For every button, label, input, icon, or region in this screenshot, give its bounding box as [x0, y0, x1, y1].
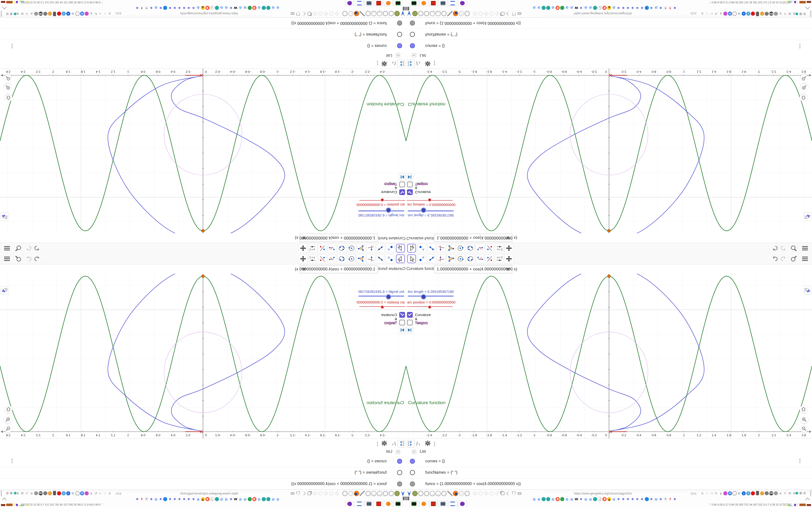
arc-position-slider-thumb[interactable] — [428, 305, 432, 309]
shield-icon[interactable] — [512, 12, 516, 15]
tab-favicon-g[interactable]: G — [537, 497, 541, 501]
chrome-action-icon[interactable] — [34, 12, 38, 16]
tracing-checkbox[interactable] — [407, 181, 413, 187]
tab-favicon-gear[interactable]: * — [663, 497, 667, 501]
app-icon-monitor[interactable] — [439, 0, 448, 6]
arc-length-slider[interactable] — [408, 295, 454, 297]
chrome-action-icon[interactable] — [765, 12, 769, 16]
tool-conic-button[interactable] — [466, 255, 475, 263]
settings-button[interactable] — [424, 440, 432, 447]
tab-favicon-g[interactable]: G — [276, 6, 280, 10]
tool-reflect-button[interactable] — [318, 255, 327, 263]
tray-dot-icon[interactable] — [6, 492, 9, 495]
globe-extension-icon[interactable] — [389, 11, 394, 16]
stylebar-toggle-button[interactable] — [803, 287, 812, 294]
tab-favicon-g[interactable]: G — [238, 497, 242, 501]
arc-length-slider-thumb[interactable] — [421, 294, 426, 300]
tab-favicon-photo[interactable]: ▲ — [607, 6, 611, 10]
tab-favicon-teal[interactable] — [542, 6, 546, 10]
menu-icon[interactable] — [3, 245, 11, 251]
tab-favicon-ggb[interactable]: ✱ — [177, 497, 182, 501]
app-icon-face[interactable] — [458, 0, 467, 6]
tool-line-button[interactable] — [427, 255, 436, 263]
tray-dot-icon[interactable] — [14, 12, 16, 15]
tab-favicon-g[interactable]: G — [537, 6, 541, 10]
globe-extension-icon[interactable] — [464, 491, 470, 496]
chrome-action-icon[interactable]: + — [66, 491, 70, 495]
algebra-row-funcs[interactable]: funcs = {1.000000000000 + cos(4.00000000… — [0, 17, 406, 29]
scrollbar-nub[interactable] — [810, 490, 811, 496]
chrome-action-icon[interactable]: UD — [39, 12, 43, 16]
folder-icon[interactable] — [307, 12, 311, 15]
globe-extension-icon[interactable] — [418, 11, 423, 16]
tab-favicon-g[interactable]: G — [243, 497, 247, 501]
globe-extension-icon[interactable] — [365, 11, 371, 16]
chrome-action-icon[interactable]: → — [710, 12, 714, 16]
tab-favicon-g[interactable]: G — [612, 497, 616, 501]
table-view-button[interactable] — [397, 440, 405, 447]
dotc-icon[interactable] — [313, 492, 317, 495]
arrowl-icon[interactable] — [506, 491, 510, 495]
chrome-action-icon[interactable]: A — [700, 12, 704, 16]
arc-position-slider-thumb[interactable] — [428, 198, 432, 202]
olive-extension-icon[interactable] — [394, 11, 400, 16]
chrome-action-icon[interactable] — [48, 491, 52, 495]
dropdown-caret-icon[interactable] — [302, 236, 306, 239]
stylebar-toggle-button[interactable] — [0, 287, 9, 294]
visibility-marble[interactable] — [410, 470, 415, 475]
chrome-action-icon[interactable] — [756, 12, 759, 15]
chrome-action-icon[interactable] — [75, 491, 80, 495]
row-menu-icon[interactable] — [12, 459, 12, 460]
globe-extension-icon[interactable] — [365, 491, 371, 496]
chrome-action-icon[interactable] — [85, 12, 89, 16]
chrome-action-icon[interactable] — [43, 491, 47, 495]
chrome-action-icon[interactable]: UD — [769, 491, 773, 495]
tab-favicon-ggb[interactable]: ✱ — [649, 6, 654, 10]
lock-icon[interactable] — [518, 492, 521, 495]
dropdown-caret-icon[interactable] — [506, 268, 510, 271]
app-icon-floppy[interactable] — [355, 0, 363, 6]
tool-move-view-button[interactable] — [299, 244, 307, 252]
chrome-action-icon[interactable]: UD — [39, 491, 43, 495]
step-animation-button[interactable] — [399, 173, 406, 181]
algebra-row-funcnames[interactable]: funcNames = {" "} — [406, 467, 812, 478]
tab-favicon-g[interactable]: G — [276, 497, 280, 501]
chrome-action-icon[interactable]: ⚒ — [20, 491, 24, 495]
tray-dot-icon[interactable] — [803, 12, 806, 15]
circ-icon[interactable] — [479, 492, 483, 495]
function-input[interactable]: 1.000000000000 + cos(4.000000000000 x) — [300, 265, 378, 273]
chrome-action-icon[interactable]: ⚙ — [71, 491, 75, 495]
url-text[interactable]: https://www.geogebra.org/classic/aagcxh3… — [574, 12, 671, 15]
visibility-marble[interactable] — [410, 482, 415, 487]
arc-position-slider-thumb[interactable] — [380, 305, 384, 309]
zoom-level-chip[interactable]: 81% — [691, 12, 697, 15]
home-button[interactable] — [5, 405, 12, 413]
chrome-action-icon[interactable] — [751, 491, 755, 495]
visibility-marble[interactable] — [397, 20, 402, 25]
chrome-action-icon[interactable]: ↓ — [746, 491, 750, 495]
dotc-icon[interactable] — [495, 492, 499, 495]
dropdown-caret-icon[interactable] — [302, 268, 306, 271]
folder-icon[interactable] — [307, 492, 311, 495]
chrome-action-icon[interactable]: A — [108, 491, 112, 495]
step-animation-button[interactable] — [399, 326, 406, 334]
collapse-chip[interactable] — [396, 53, 400, 57]
tool-special-line-button[interactable] — [437, 255, 446, 263]
lock-icon[interactable] — [291, 12, 294, 15]
chrome-action-icon[interactable] — [732, 491, 737, 495]
tool-reflect-button[interactable] — [485, 244, 494, 252]
dotc-icon[interactable] — [473, 12, 477, 15]
tab-favicon-chat[interactable] — [163, 6, 167, 10]
chrome-action-icon[interactable] — [48, 12, 52, 16]
tray-dot-icon[interactable] — [796, 12, 798, 15]
undo-icon[interactable] — [33, 245, 41, 251]
menu-icon[interactable] — [3, 256, 11, 262]
tab-favicon-g[interactable]: G — [238, 6, 242, 10]
tool-reflect-button[interactable] — [485, 255, 494, 263]
redo-icon[interactable] — [25, 256, 33, 262]
wrench-extension-icon[interactable] — [360, 491, 365, 496]
settings-button[interactable] — [380, 440, 388, 447]
tab-favicon-octo[interactable] — [248, 497, 252, 501]
tray-dot-icon[interactable] — [800, 12, 802, 15]
gauge-extension-icon[interactable] — [371, 491, 376, 496]
